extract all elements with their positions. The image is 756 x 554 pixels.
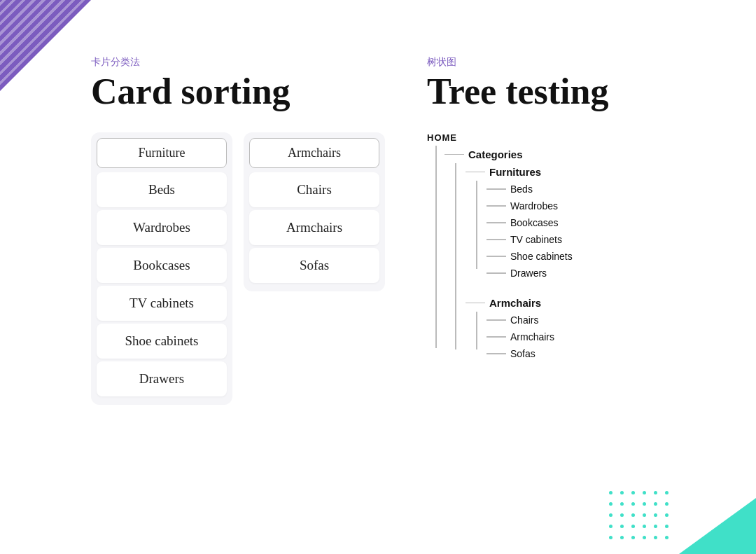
dot-6 [609,502,612,506]
furniture-items: Beds Wardrobes Bookcases TV cabinet [486,181,735,282]
dot-23 [665,525,668,528]
dot-10 [654,502,657,506]
h-line-bookcases [486,222,506,223]
card-item-chairs[interactable]: Chairs [249,172,379,207]
beds-row: Beds [486,181,735,198]
armchairs-group-row: Armchairs [465,294,735,312]
card-column-furniture: Furniture Beds Wardrobes Bookcases TV ca… [91,132,232,405]
dot-2 [631,491,635,494]
beds-label: Beds [510,183,533,195]
bookcases-row: Bookcases [486,214,735,231]
tree-level-2-furnitures: Furnitures Beds Wardrobes [465,163,735,362]
card-item-wardrobes[interactable]: Wardrobes [97,210,227,245]
dot-0 [609,491,612,494]
dot-17 [665,513,668,517]
dot-21 [643,525,646,528]
card-item-beds[interactable]: Beds [97,172,227,207]
armchairs-row: Armchairs [486,328,735,345]
dot-11 [665,502,668,506]
card-item-tv-cabinets[interactable]: TV cabinets [97,286,227,321]
h-line-wardrobes [486,205,506,207]
categories-row: Categories [444,146,735,163]
dot-29 [665,536,668,539]
chairs-label: Chairs [510,314,538,326]
shoe-cabinets-label: Shoe cabinets [510,251,573,262]
h-line-tv-cabinets [486,239,506,240]
dot-27 [643,536,646,539]
wardrobes-row: Wardrobes [486,198,735,214]
dot-16 [654,513,657,517]
dot-28 [654,536,657,539]
drawers-row: Drawers [486,265,735,282]
card-item-shoe-cabinets[interactable]: Shoe cabinets [97,324,227,359]
card-sorting-label: 卡片分类法 [91,56,385,69]
teal-triangle [679,498,756,554]
dot-1 [620,491,624,494]
card-item-armchairs[interactable]: Armchairs [249,210,379,245]
dot-25 [620,536,624,539]
armchairs-items: Chairs Armchairs Sofas [486,312,735,362]
card-sorting-section: 卡片分类法 Card sorting Furniture Beds Wardro… [91,56,385,405]
corner-stripes-top-left [0,0,91,91]
shoe-cabinets-row: Shoe cabinets [486,248,735,265]
h-line-categories [444,154,464,155]
dots-grid [609,491,672,544]
spacer-1 [465,282,735,294]
h-line-shoe-cabinets [486,256,506,257]
h-line-chairs [486,319,506,321]
tree-testing-title: Tree testing [427,71,735,111]
dot-20 [631,525,635,528]
dot-5 [665,491,668,494]
dot-9 [643,502,646,506]
furnitures-label: Furnitures [489,166,541,178]
dot-18 [609,525,612,528]
tv-cabinets-label: TV cabinets [510,234,562,245]
dot-15 [643,513,646,517]
v-line-armchairs [476,312,477,349]
card-columns: Furniture Beds Wardrobes Bookcases TV ca… [91,132,385,405]
tree-testing-section: 树状图 Tree testing HOME Categories Furnitu… [427,56,735,405]
h-line-armchairs [486,336,506,338]
h-line-armchairs-group [465,303,485,304]
categories-label: Categories [468,148,523,160]
dot-3 [643,491,646,494]
h-line-drawers [486,272,506,274]
tree-level-1: Categories Furnitures Beds [444,146,735,362]
bookcases-label: Bookcases [510,217,558,228]
furnitures-row: Furnitures [465,163,735,181]
v-line-furniture [476,181,477,269]
armchairs-group-label: Armchairs [489,297,541,309]
drawers-label: Drawers [510,268,547,279]
home-label: HOME [427,132,457,143]
h-line-furnitures [465,172,485,173]
card-header-armchairs[interactable]: Armchairs [249,138,379,168]
dot-13 [620,513,624,517]
tree-home-node: HOME [427,132,735,143]
dot-8 [631,502,635,506]
armchairs-label: Armchairs [510,331,554,342]
tree-structure: HOME Categories Furnitures [427,132,735,362]
dot-24 [609,536,612,539]
sofas-row: Sofas [486,345,735,362]
card-column-armchairs: Armchairs Chairs Armchairs Sofas [244,132,385,291]
corner-decoration-bottom-right [665,484,756,554]
card-item-bookcases[interactable]: Bookcases [97,248,227,283]
dot-19 [620,525,624,528]
card-sorting-title: Card sorting [91,71,385,111]
tv-cabinets-row: TV cabinets [486,231,735,248]
tree-testing-label: 树状图 [427,56,735,69]
h-line-beds [486,188,506,190]
card-header-furniture[interactable]: Furniture [97,138,227,168]
dot-12 [609,513,612,517]
dot-26 [631,536,635,539]
card-item-drawers[interactable]: Drawers [97,361,227,396]
chairs-row: Chairs [486,312,735,328]
card-item-sofas[interactable]: Sofas [249,248,379,283]
dot-7 [620,502,624,506]
dot-14 [631,513,635,517]
h-line-sofas [486,353,506,354]
dot-4 [654,491,657,494]
dots-decoration [609,491,672,547]
wardrobes-label: Wardrobes [510,200,558,212]
dot-22 [654,525,657,528]
